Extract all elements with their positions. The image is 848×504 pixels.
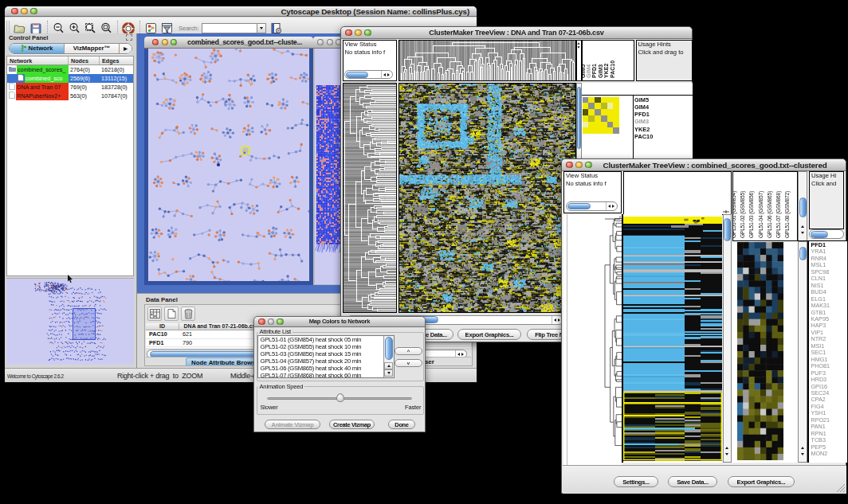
tabs-more-button[interactable]: ▶ [120, 44, 132, 53]
done-button[interactable]: Done [388, 420, 415, 429]
search-label: Search: [179, 25, 198, 32]
attribute-list-item[interactable]: GPL51-04 (GSM857) heat shock 20 min [258, 357, 394, 365]
scroll-up-button[interactable] [384, 362, 393, 369]
attribute-list-item[interactable]: GPL51-02 (GSM855) heat shock 10 min [258, 343, 394, 350]
network-view-window[interactable]: combined_scores_good.txt--cluste... [144, 37, 313, 285]
scroll-down-button[interactable] [384, 369, 393, 377]
float-panel-icon[interactable] [126, 34, 132, 41]
move-up-button[interactable]: ^ [395, 347, 422, 355]
treeview1-row-dendrogram[interactable] [343, 83, 397, 313]
attribute-list-label: Attribute List [258, 328, 292, 335]
treeview1-status-scrollbar[interactable] [344, 70, 393, 79]
gene-column-label: GIM4 [586, 64, 591, 78]
gene-row-label: GIM3 [634, 118, 653, 125]
matrix-cell [595, 122, 601, 128]
attribute-list-item[interactable]: GPL51-03 (GSM856) heat shock 15 min [258, 350, 394, 357]
delete-attribute-icon[interactable] [181, 307, 195, 321]
treeview2-usage-scrollbar[interactable] [809, 229, 844, 239]
matrix-cell [583, 122, 589, 128]
attribute-list-scrollbar[interactable] [383, 336, 394, 377]
treeview2-zoom-heatmap[interactable] [737, 242, 783, 460]
search-dropdown-arrow[interactable] [257, 24, 265, 33]
slower-label: Slower [259, 404, 280, 411]
array-column-label: GPL51-04 (GSM857) [758, 191, 764, 238]
treeview2-column-dendrogram[interactable] [623, 171, 732, 215]
new-attribute-icon[interactable] [164, 307, 179, 321]
network-row-combined-scores[interactable]: combined_scores_ 2764(0) 16218(0) [7, 65, 133, 74]
array-column-label: GPL51-08 (GSM872) [784, 191, 790, 238]
array-column-label: GPL51-07 (GSM868) [775, 191, 781, 238]
network-file-icon [9, 83, 15, 92]
export-graphics-button[interactable]: Export Graphics... [457, 329, 521, 340]
network-row-rnapubernov2[interactable]: RNAPuberNov2+ 563(0) 107847(0) [7, 92, 133, 100]
search-input[interactable] [202, 23, 266, 33]
settings-button[interactable]: Settings... [614, 476, 658, 487]
treeview1-collabel-scrollbar[interactable] [576, 40, 582, 81]
save-data-button[interactable]: Save Data... [668, 476, 717, 487]
network-view-titlebar[interactable]: combined_scores_good.txt--cluste... [144, 37, 313, 49]
gene-row-label: MON2 [811, 451, 848, 457]
matrix-cell [595, 115, 601, 122]
matrix-cell [595, 97, 601, 104]
attribute-list-item[interactable]: GPL51-01 (GSM854) heat shock 05 min [258, 336, 394, 343]
network-overview-panel[interactable] [6, 278, 134, 365]
matrix-cell [595, 103, 601, 109]
resize-grip-icon[interactable] [834, 482, 845, 492]
close-button[interactable] [317, 39, 324, 45]
matrix-cell [601, 115, 607, 122]
treeview2-status-scrollbar[interactable] [566, 201, 618, 211]
network-file-icon [18, 74, 24, 83]
select-attributes-icon[interactable] [147, 307, 162, 321]
attribute-list[interactable]: GPL51-01 (GSM854) heat shock 05 minGPL51… [257, 335, 395, 378]
minimize-button[interactable] [327, 39, 333, 45]
treeview1-usage-hints: Usage Hints Click and drag to [636, 40, 693, 81]
gene-column-label: GIM5 [582, 64, 586, 78]
matrix-cell [583, 127, 589, 134]
matrix-cell [588, 109, 595, 115]
attribute-list-item[interactable]: GPL51-06 (GSM865) heat shock 40 min [258, 365, 394, 372]
tab-network[interactable]: Network [10, 44, 65, 53]
network-row-combined-scores-clustered[interactable]: combined_sco 2569(6) 13112(15) [7, 74, 133, 83]
move-down-button[interactable]: v [395, 359, 422, 367]
dialog-title: Map Colors to Network [254, 318, 425, 325]
main-titlebar[interactable]: Cytoscape Desktop (Session Name: collins… [5, 6, 477, 17]
matrix-cell [588, 127, 595, 134]
matrix-cell [607, 127, 614, 134]
create-vizmap-button[interactable]: Create Vizmap [329, 420, 375, 429]
matrix-cell [595, 127, 601, 134]
treeview2-rowlabel-scrollbar[interactable] [798, 241, 807, 463]
dialog-titlebar[interactable]: Map Colors to Network [254, 317, 425, 327]
network-row-dna-tran[interactable]: DNA and Tran 07 769(0) 183728(0) [7, 83, 133, 92]
export-graphics-button[interactable]: Export Graphics... [728, 476, 795, 487]
matrix-cell [583, 115, 589, 122]
matrix-cell [607, 122, 614, 128]
network-view-canvas[interactable] [148, 49, 309, 281]
network-table-header: Network Nodes Edges [7, 57, 133, 65]
treeview1-row-labels: GIM5GIM4PFD1GIM3YKE2PAC10 [634, 96, 653, 141]
treeview2-row-dendrogram[interactable] [563, 214, 622, 465]
folder-icon [9, 66, 16, 73]
matrix-cell [607, 115, 614, 122]
treeview1-heatmap[interactable] [398, 83, 576, 313]
gene-column-label: PFD1 [591, 64, 597, 78]
status-welcome: Welcome to Cytoscape 2.6.2 [7, 373, 64, 379]
treeview2-titlebar[interactable]: ClusterMaker TreeView : combined_scores_… [562, 159, 846, 171]
matrix-cell [601, 122, 607, 128]
animate-vizmap-button[interactable]: Animate Vizmap [265, 420, 320, 429]
array-column-label: GPL51-03 (GSM856) [748, 191, 754, 238]
faster-label: Faster [403, 404, 422, 411]
treeview2-heatmap-vscrollbar[interactable] [723, 214, 732, 463]
treeview2-heatmap[interactable] [622, 214, 722, 463]
animation-speed-slider-thumb[interactable] [336, 393, 344, 402]
matrix-cell [613, 109, 619, 115]
treeview-window-combined: ClusterMaker TreeView : combined_scores_… [561, 158, 846, 494]
matrix-cell [588, 115, 595, 122]
treeview1-column-dendrogram[interactable] [398, 40, 576, 81]
treeview2-collabel-scrollbar[interactable] [798, 171, 807, 241]
control-panel: Control Panel Network VizMapper™ ▶ Netwo… [5, 33, 137, 368]
tab-vizmapper[interactable]: VizMapper™ [65, 44, 120, 53]
treeview1-titlebar[interactable]: ClusterMaker TreeView : DNA and Tran 07-… [341, 27, 692, 39]
attribute-list-item[interactable]: GPL51-07 (GSM868) heat shock 60 min [258, 372, 394, 378]
treeview1-correlation-matrix[interactable] [583, 97, 620, 135]
matrix-cell [583, 97, 589, 104]
